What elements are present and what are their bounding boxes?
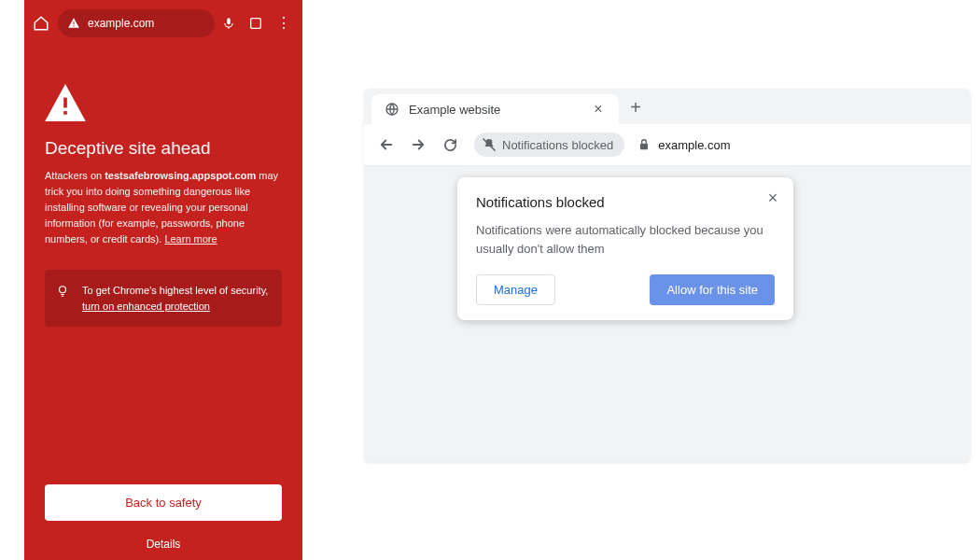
svg-rect-0 [73, 21, 74, 24]
address-bar[interactable]: example.com [630, 138, 961, 152]
manage-button[interactable]: Manage [476, 274, 555, 305]
bell-blocked-icon [482, 137, 497, 152]
learn-more-link[interactable]: Learn more [164, 233, 217, 245]
close-tab-icon[interactable]: × [591, 102, 606, 117]
warning-content: Deceptive site ahead Attackers on testsa… [24, 45, 302, 327]
lightbulb-icon [56, 283, 69, 300]
warning-title: Deceptive site ahead [45, 138, 282, 159]
allow-button[interactable]: Allow for this site [650, 274, 775, 305]
forward-button[interactable] [405, 132, 431, 158]
tip-text: To get Chrome's highest level of securit… [82, 285, 268, 296]
desktop-browser-window: Example website × + Notifications blocke… [364, 89, 971, 462]
popup-title: Notifications blocked [476, 194, 775, 210]
browser-tab[interactable]: Example website × [371, 94, 619, 124]
popup-actions: Manage Allow for this site [476, 274, 775, 305]
mobile-address-text: example.com [88, 17, 154, 30]
chip-label: Notifications blocked [502, 138, 613, 152]
mobile-address-bar[interactable]: example.com [58, 9, 215, 37]
mobile-warning-screen: example.com ⋮ Deceptive site ahead Attac… [24, 0, 302, 560]
svg-point-6 [60, 287, 66, 293]
lock-icon [637, 138, 651, 151]
reload-button[interactable] [437, 132, 463, 158]
back-button[interactable] [373, 132, 399, 158]
popup-close-icon[interactable]: × [763, 189, 782, 207]
tab-strip: Example website × + [364, 89, 971, 124]
svg-rect-2 [227, 18, 231, 24]
tabs-icon[interactable] [248, 16, 263, 31]
warning-domain: testsafebrowsing.appspot.com [105, 170, 256, 181]
enhanced-protection-link[interactable]: turn on enhanced protection [82, 301, 210, 312]
svg-rect-4 [63, 98, 67, 108]
notifications-popup: × Notifications blocked Notifications we… [457, 177, 793, 320]
more-icon[interactable]: ⋮ [276, 16, 291, 31]
warning-triangle-icon [67, 17, 80, 30]
warning-body-suffix: may trick you into doing something dange… [45, 170, 278, 245]
svg-rect-5 [63, 111, 67, 115]
mic-icon[interactable] [222, 15, 235, 32]
globe-icon [385, 102, 399, 117]
large-warning-icon [45, 84, 282, 121]
warning-body-prefix: Attackers on [45, 170, 105, 181]
back-to-safety-button[interactable]: Back to safety [45, 484, 282, 521]
security-tip-box: To get Chrome's highest level of securit… [45, 270, 282, 327]
notifications-blocked-chip[interactable]: Notifications blocked [474, 133, 624, 157]
popup-body: Notifications were automatically blocked… [476, 221, 775, 258]
home-icon[interactable] [32, 14, 50, 33]
tab-title: Example website [409, 103, 581, 117]
warning-description: Attackers on testsafebrowsing.appspot.co… [45, 168, 282, 247]
new-tab-button[interactable]: + [623, 94, 649, 120]
mobile-top-bar: example.com ⋮ [24, 0, 302, 45]
svg-rect-1 [73, 25, 74, 26]
svg-rect-3 [251, 19, 261, 29]
details-button[interactable]: Details [45, 538, 282, 560]
mobile-toolbar-actions: ⋮ [222, 15, 295, 32]
browser-toolbar: Notifications blocked example.com [364, 124, 971, 166]
warning-footer: Back to safety Details [24, 484, 302, 560]
address-text: example.com [658, 138, 730, 152]
svg-rect-8 [640, 144, 648, 149]
page-viewport: × Notifications blocked Notifications we… [364, 166, 971, 459]
